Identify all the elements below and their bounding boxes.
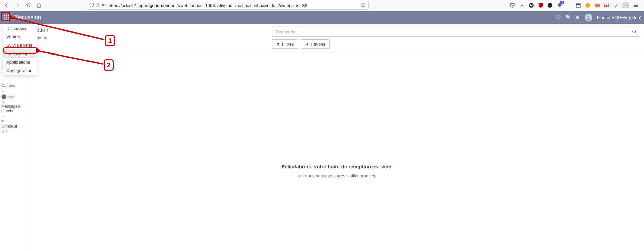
favorites-button[interactable]: Favoris — [301, 39, 330, 49]
plus-icon-2[interactable]: ＋ — [0, 114, 29, 119]
sidebar-general-partial[interactable]: néral — [4, 94, 29, 100]
menu-facturation[interactable]: Facturation — [3, 49, 37, 58]
svg-rect-21 — [6, 19, 7, 20]
clock-icon[interactable] — [556, 14, 561, 21]
svg-rect-17 — [4, 17, 5, 18]
url-prefix: https://odoo14. — [109, 3, 138, 8]
permissions-icon — [102, 3, 107, 8]
ext-g-icon[interactable] — [585, 2, 591, 8]
sidebar-odoobot[interactable]: OdooBot — [0, 123, 29, 130]
hamburger-icon[interactable] — [633, 2, 639, 8]
ext-ublock-icon[interactable] — [538, 2, 544, 8]
menu-discussion[interactable]: Discussion — [3, 24, 37, 33]
menu-suivi-liens[interactable]: Suivi de liens — [3, 41, 37, 49]
svg-rect-19 — [8, 17, 9, 18]
search-button[interactable] — [629, 27, 640, 37]
ext-fox-icon[interactable] — [594, 2, 600, 8]
ext-md-icon[interactable]: md — [622, 2, 629, 8]
ext-divider-icon: │ — [566, 2, 572, 8]
browser-extensions: M 11 │ md — [509, 2, 641, 8]
svg-point-4 — [105, 5, 106, 6]
lock-icon — [96, 3, 100, 8]
svg-rect-16 — [8, 15, 9, 16]
sidebar-messages-directs[interactable]: Messages directs — [0, 103, 29, 114]
svg-rect-22 — [8, 19, 9, 20]
svg-point-7 — [548, 3, 552, 8]
download-icon[interactable] — [519, 2, 525, 8]
favoris-label: Favoris — [311, 42, 325, 47]
ext-badge: 11 — [560, 1, 564, 4]
svg-rect-18 — [6, 17, 7, 18]
ext-elephant-icon[interactable] — [547, 2, 553, 8]
url-bar[interactable]: https://odoo14.legaragenumerique.fr/web#… — [86, 1, 369, 10]
module-title[interactable]: Discussion — [13, 14, 41, 21]
home-button[interactable] — [35, 1, 43, 9]
ext-red-square-icon[interactable] — [604, 2, 610, 8]
svg-point-10 — [585, 3, 590, 8]
ext-m-icon[interactable]: M — [528, 2, 534, 8]
ext-eyedropper-icon[interactable] — [613, 2, 619, 8]
forward-button[interactable] — [13, 1, 22, 9]
sidebar-canaux[interactable]: Canaux — [0, 83, 29, 89]
url-domain: legaragenumerique.fr — [138, 3, 179, 8]
filters-button[interactable]: Filtres — [272, 39, 298, 49]
svg-rect-20 — [4, 19, 5, 20]
svg-rect-9 — [576, 4, 580, 5]
apps-menu: Discussion Ventes Suivi de liens Factura… — [3, 24, 37, 75]
browser-toolbar: https://odoo14.legaragenumerique.fr/web#… — [0, 0, 644, 11]
svg-point-3 — [105, 4, 106, 5]
svg-point-13 — [606, 5, 607, 6]
filters-label: Filtres — [282, 42, 294, 47]
content: eption mme lu Recherche… — [29, 24, 644, 251]
svg-text:M: M — [530, 4, 533, 7]
svg-rect-11 — [595, 4, 600, 7]
search-placeholder: Recherche… — [276, 29, 301, 34]
messages-icon[interactable] — [565, 14, 570, 21]
svg-rect-2 — [102, 5, 104, 6]
url-path: /web#action=109&active_id=mail.box_inbox… — [179, 3, 307, 8]
pocket-icon[interactable] — [509, 2, 515, 8]
gear-close-icons[interactable]: ⚙ ✕ — [0, 130, 29, 133]
mark-as-read[interactable]: mme lu — [33, 35, 265, 40]
empty-state: Félicitations, votre boîte de réception … — [29, 164, 644, 178]
ext-purple-icon[interactable]: 11 — [557, 2, 563, 8]
menu-ventes[interactable]: Ventes — [3, 33, 37, 41]
funnel-icon — [276, 42, 280, 46]
svg-rect-15 — [6, 15, 7, 16]
avatar[interactable] — [585, 14, 592, 21]
debug-icon[interactable] — [575, 14, 580, 21]
svg-point-24 — [576, 16, 579, 19]
back-button[interactable] — [3, 1, 11, 9]
divider — [29, 52, 644, 52]
apps-button[interactable] — [3, 14, 10, 21]
gear-icon-2[interactable]: ⚙ — [0, 100, 29, 103]
empty-title: Félicitations, votre boîte de réception … — [29, 164, 644, 169]
url-text: https://odoo14.legaragenumerique.fr/web#… — [109, 3, 358, 8]
username[interactable]: Florian ROGER (odoo) — [597, 15, 641, 20]
reload-button[interactable] — [24, 1, 32, 9]
plus-icon[interactable]: ＋ — [0, 89, 29, 94]
heart-icon: ♥ — [0, 119, 29, 123]
svg-point-25 — [587, 16, 589, 18]
shield-icon — [89, 3, 94, 8]
menu-configuration[interactable]: Configuration — [3, 66, 37, 75]
ext-calendar-icon[interactable] — [575, 2, 581, 8]
bookmark-star-icon[interactable] — [360, 2, 366, 9]
empty-sub: Les nouveaux messages s'afficheront ici. — [29, 173, 644, 178]
star-icon — [305, 42, 309, 46]
search-input[interactable]: Recherche… — [272, 27, 629, 37]
breadcrumb: eption — [33, 27, 265, 33]
svg-rect-14 — [4, 15, 5, 16]
main-area: ⚙ Historique Canaux ＋ ⬤ néral ⚙ Messages… — [0, 24, 644, 251]
svg-point-26 — [633, 30, 636, 33]
svg-rect-0 — [97, 5, 99, 7]
svg-rect-1 — [102, 4, 104, 5]
menu-applications[interactable]: Applications — [3, 58, 37, 66]
odoo-topbar: Discussion Florian ROGER (odoo) — [0, 11, 644, 24]
